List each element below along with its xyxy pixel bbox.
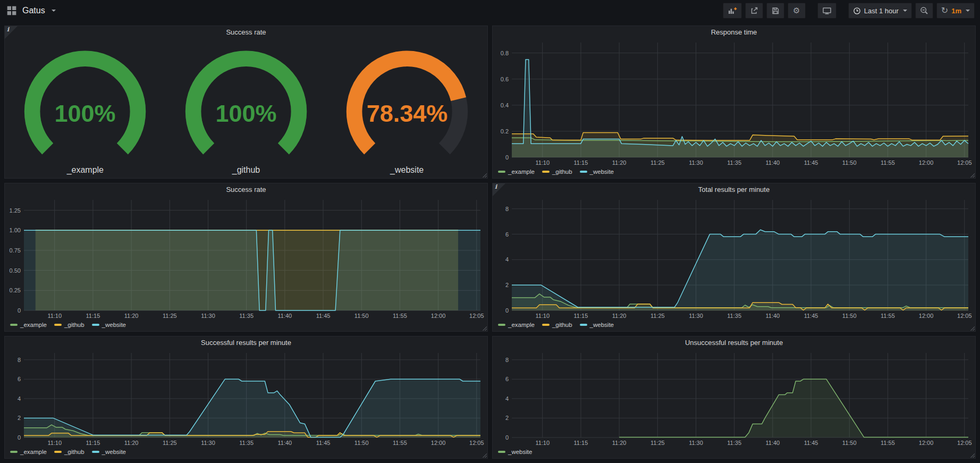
svg-text:0: 0 — [18, 434, 21, 441]
legend-label: _website — [102, 322, 126, 328]
svg-text:11:10: 11:10 — [47, 313, 62, 319]
svg-text:0: 0 — [505, 307, 509, 314]
save-icon — [771, 6, 780, 15]
svg-text:11:55: 11:55 — [393, 313, 407, 319]
legend-label: _example — [508, 322, 535, 328]
svg-text:11:50: 11:50 — [354, 313, 369, 319]
time-range-label: Last 1 hour — [864, 7, 899, 15]
legend-item-github[interactable]: _github — [542, 322, 572, 328]
panel-successful-results: Successful results per minute 0246811:10… — [4, 336, 488, 459]
legend-label: _website — [590, 322, 614, 328]
legend-swatch — [498, 451, 505, 453]
legend-item-example[interactable]: _example — [10, 449, 47, 455]
legend-swatch — [10, 324, 18, 326]
svg-text:11:20: 11:20 — [124, 313, 139, 319]
svg-text:11:25: 11:25 — [650, 313, 665, 319]
chart-legend: _example_github_website — [493, 321, 975, 331]
legend-swatch — [542, 171, 550, 173]
cycle-view-button[interactable] — [817, 3, 837, 19]
legend-item-website[interactable]: _website — [92, 322, 126, 328]
svg-text:11:45: 11:45 — [316, 313, 331, 319]
legend-swatch — [10, 451, 18, 453]
svg-text:12:00: 12:00 — [919, 159, 934, 166]
panel-info-icon[interactable]: i — [493, 183, 505, 196]
panel-title[interactable]: Total results per minute — [493, 183, 975, 196]
svg-text:78.34%: 78.34% — [366, 100, 447, 127]
panel-resize-handle[interactable] — [970, 173, 975, 178]
svg-text:11:40: 11:40 — [277, 440, 292, 446]
navbar-left: Gatus — [6, 5, 56, 16]
success-rate-chart[interactable]: 00.250.500.751.001.2511:1011:1511:2011:2… — [5, 196, 487, 321]
svg-text:1.00: 1.00 — [10, 227, 21, 233]
save-button[interactable] — [766, 3, 784, 19]
svg-text:0.8: 0.8 — [501, 50, 509, 56]
legend-label: _example — [20, 449, 47, 455]
svg-text:11:25: 11:25 — [163, 440, 177, 446]
legend-label: _github — [552, 169, 572, 175]
gauge-website: 78.34%_website — [326, 39, 487, 175]
legend-label: _example — [20, 322, 47, 328]
settings-button[interactable]: ⚙ — [788, 3, 806, 19]
legend-item-github[interactable]: _github — [54, 449, 85, 455]
panel-title[interactable]: Success rate — [5, 26, 487, 39]
legend-item-website[interactable]: _website — [580, 322, 614, 328]
panel-info-icon[interactable]: i — [5, 26, 18, 39]
panel-title[interactable]: Success rate — [5, 183, 487, 196]
share-button[interactable] — [745, 3, 763, 19]
legend-item-website[interactable]: _website — [92, 449, 126, 455]
chart-canvas: 0246811:1011:1511:2011:2511:3011:3511:40… — [493, 349, 975, 448]
add-panel-button[interactable] — [723, 3, 742, 19]
gauge-label: _example — [67, 165, 104, 175]
panel-resize-handle[interactable] — [482, 173, 487, 178]
svg-text:11:15: 11:15 — [574, 313, 588, 319]
svg-text:12:00: 12:00 — [919, 313, 934, 319]
legend-item-github[interactable]: _github — [542, 169, 572, 175]
zoom-out-button[interactable] — [915, 3, 933, 19]
legend-item-example[interactable]: _example — [498, 322, 535, 328]
successful-results-chart[interactable]: 0246811:1011:1511:2011:2511:3011:3511:40… — [5, 349, 487, 448]
response-time-chart[interactable]: 00.20.40.60.811:1011:1511:2011:2511:3011… — [493, 39, 975, 167]
svg-text:11:50: 11:50 — [842, 313, 857, 319]
panel-resize-handle[interactable] — [482, 453, 487, 458]
dashboard-grid-icon[interactable] — [6, 5, 17, 16]
legend-label: _website — [590, 169, 614, 175]
panel-title[interactable]: Unsuccessful results per minute — [493, 336, 975, 349]
time-picker-button[interactable]: Last 1 hour — [848, 3, 912, 19]
legend-item-example[interactable]: _example — [498, 169, 535, 175]
dashboard-title[interactable]: Gatus — [22, 6, 45, 15]
chevron-down-icon[interactable] — [52, 10, 56, 12]
svg-text:11:50: 11:50 — [842, 440, 857, 446]
unsuccessful-results-chart[interactable]: 0246811:1011:1511:2011:2511:3011:3511:40… — [493, 349, 975, 448]
svg-text:12:05: 12:05 — [957, 159, 972, 166]
refresh-icon: ↻ — [941, 6, 948, 15]
panel-resize-handle[interactable] — [970, 326, 975, 331]
panel-success-rate-graph: Success rate 00.250.500.751.001.2511:101… — [4, 183, 488, 332]
panel-unsuccessful-results: Unsuccessful results per minute 0246811:… — [492, 336, 976, 459]
panel-resize-handle[interactable] — [970, 453, 975, 458]
svg-text:0.6: 0.6 — [501, 76, 509, 82]
svg-text:4: 4 — [505, 395, 509, 402]
svg-text:11:20: 11:20 — [612, 440, 627, 446]
legend-label: _website — [102, 449, 126, 455]
svg-text:11:55: 11:55 — [881, 159, 895, 166]
svg-text:12:05: 12:05 — [469, 440, 484, 446]
gauge-github: 100%_github — [166, 39, 327, 175]
svg-text:12:00: 12:00 — [919, 440, 934, 446]
legend-item-github[interactable]: _github — [54, 322, 85, 328]
navbar-toolbar: ⚙ Last 1 hour ↻ — [723, 3, 975, 19]
svg-text:11:30: 11:30 — [689, 440, 703, 446]
svg-text:11:45: 11:45 — [804, 159, 818, 166]
legend-label: _github — [552, 322, 572, 328]
chart-legend: _example_github_website — [493, 167, 975, 178]
panel-resize-handle[interactable] — [482, 326, 487, 331]
legend-item-example[interactable]: _example — [10, 322, 47, 328]
legend-item-website[interactable]: _website — [498, 449, 532, 455]
legend-swatch — [580, 324, 587, 326]
refresh-button[interactable]: ↻ 1m — [936, 3, 975, 19]
svg-text:11:25: 11:25 — [163, 313, 177, 319]
svg-text:11:30: 11:30 — [689, 159, 703, 166]
legend-item-website[interactable]: _website — [580, 169, 614, 175]
panel-title[interactable]: Successful results per minute — [5, 336, 487, 349]
panel-title[interactable]: Response time — [493, 26, 975, 39]
total-results-chart[interactable]: 0246811:1011:1511:2011:2511:3011:3511:40… — [493, 196, 975, 321]
